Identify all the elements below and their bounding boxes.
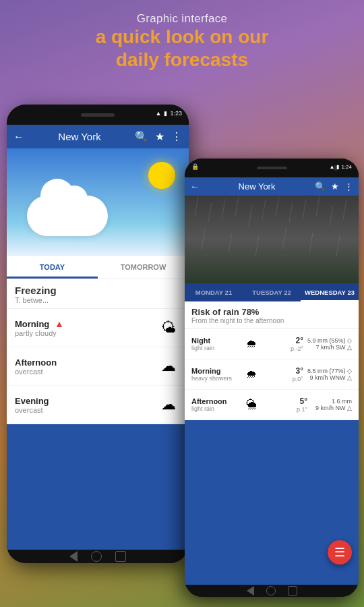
svg-line-11 [343,199,346,219]
evening-label: Evening [15,396,156,406]
header-title-line2: daily forecasts [116,49,248,70]
morning-right-label: Morning [191,367,242,375]
phone-left: ▲ ▮ 1:23 ← New York 🔍 ★ ⋮ TODAY TOMORROW [7,105,189,563]
phone-right: 🔒 ▲ ▮ 1:24 ← New York 🔍 ★ ⋮ [185,158,359,597]
phone-left-status-bar: ▲ ▮ 1:23 [156,110,182,117]
time-display: 1:23 [170,110,182,117]
weather-row-afternoon: Afternoon overcast ☁ [7,347,189,386]
alert-icon-morning: ▲ [55,318,64,329]
phone-left-screen: ← New York 🔍 ★ ⋮ TODAY TOMORROW Freezing… [7,125,189,550]
weather-row-morning: Morning ▲ partly cloudy 🌤 [7,309,189,347]
weather-row-afternoon-right: Afternoon light rain 🌦 5° p.1° 1.6 mm 9 … [185,390,359,420]
battery-icon-right: ▮ [336,164,339,170]
morning-right-condition: heavy showers [191,375,242,382]
afternoon-right-info: Afternoon light rain [191,397,242,412]
svg-line-1 [208,202,212,223]
fab-button[interactable]: ☰ [328,540,352,565]
freezing-main: Freezing [15,285,181,296]
svg-line-15 [282,229,286,250]
evening-info: Evening overcast [15,396,156,414]
afternoon-right-precip: 1.6 mm 9 km/h NW △ [311,398,352,411]
morning-right-temp-main: 3° [293,366,303,376]
day-tab-tuesday[interactable]: TUESDAY 22 [243,283,301,301]
search-icon[interactable]: 🔍 [135,130,148,143]
afternoon-right-temp-main: 5° [297,397,307,406]
cloud-graphic [27,196,108,236]
phone-left-bottom-bar [7,550,189,563]
back-nav-right[interactable] [247,586,254,596]
afternoon-right-label: Afternoon [191,397,242,405]
phone-left-speaker [81,113,115,117]
star-icon-right[interactable]: ★ [331,181,339,192]
afternoon-label: Afternoon [15,357,156,368]
back-icon[interactable]: ← [13,131,24,143]
rain-alert-sub: From the night to the afternoon [191,317,352,324]
phone-right-hero [185,196,359,283]
city-name-right: New York [204,181,309,192]
phones-container: ▲ ▮ 1:23 ← New York 🔍 ★ ⋮ TODAY TOMORROW [0,105,364,607]
tabs-row: TODAY TOMORROW [7,256,189,279]
battery-icon: ▮ [164,110,167,117]
svg-line-10 [330,206,333,226]
sun-graphic [148,162,175,189]
morning-weather-icon: 🌤 [156,316,181,340]
header-title: a quick look on our daily forecasts [0,26,364,71]
recents-nav-right[interactable] [288,586,297,596]
phone-right-screen: ← New York 🔍 ★ ⋮ [185,177,359,585]
phone-right-status-icons: 🔒 [191,163,199,170]
phone-right-toolbar: ← New York 🔍 ★ ⋮ [185,177,359,196]
night-label: Night [191,337,242,345]
svg-line-12 [202,229,205,250]
morning-info: Morning ▲ partly cloudy [15,318,156,337]
svg-line-5 [262,199,266,219]
wifi-icon-right: ▲ [330,164,335,170]
svg-line-4 [249,206,252,226]
svg-line-3 [235,196,239,216]
phone-right-bottom-bar [185,585,359,597]
afternoon-right-weather-icon: 🌦 [242,395,261,414]
day-tab-monday[interactable]: MONDAY 21 [185,283,243,301]
tab-today[interactable]: TODAY [7,256,98,279]
rain-percentage: Risk of rain 78% [191,307,352,317]
freezing-section: Freezing T. betwe... [7,279,189,309]
header-title-line1: a quick look on our [96,26,269,47]
home-nav-left[interactable] [91,551,102,562]
night-temp-main: 2° [291,336,303,345]
svg-line-17 [336,236,340,256]
more-icon[interactable]: ⋮ [171,130,182,143]
night-precip: 5.9 mm (55%) ◇ 7 km/h SW △ [307,337,352,351]
phone-right-top-bar: 🔒 ▲ ▮ 1:24 [185,158,359,177]
evening-weather-icon: ☁ [156,393,181,417]
search-icon-right[interactable]: 🔍 [315,181,326,192]
svg-line-2 [222,199,225,219]
rain-drops-svg [185,196,359,283]
night-condition: light rain [191,345,242,351]
afternoon-condition: overcast [15,368,156,376]
home-nav-right[interactable] [266,586,276,596]
header-subtitle: Graphic interface [0,12,364,26]
svg-line-7 [289,202,293,223]
night-temp-sub: p.-2° [291,345,303,352]
svg-line-6 [276,196,279,216]
more-icon-right[interactable]: ⋮ [344,181,353,192]
header-section: Graphic interface a quick look on our da… [0,12,364,71]
phone-left-toolbar: ← New York 🔍 ★ ⋮ [7,125,189,148]
svg-line-14 [255,236,259,256]
svg-line-9 [316,196,320,216]
recents-nav-left[interactable] [115,551,126,562]
day-tab-wednesday[interactable]: WEDNESDAY 23 [301,283,359,301]
svg-line-8 [303,199,306,219]
days-tabs: MONDAY 21 TUESDAY 22 WEDNESDAY 23 [185,283,359,301]
morning-condition: partly cloudy [15,329,156,337]
night-temps: 2° p.-2° [291,336,303,352]
tab-tomorrow[interactable]: TOMORROW [98,256,189,279]
evening-condition: overcast [15,406,156,414]
night-info: Night light rain [191,337,242,351]
back-icon-right[interactable]: ← [190,181,199,192]
weather-row-evening: Evening overcast ☁ [7,386,189,424]
phone-right-speaker [257,167,287,169]
star-icon[interactable]: ★ [155,130,164,143]
back-nav-left[interactable] [69,551,78,562]
weather-list-left: Morning ▲ partly cloudy 🌤 Afternoon over… [7,309,189,424]
phone-left-hero [7,148,189,256]
